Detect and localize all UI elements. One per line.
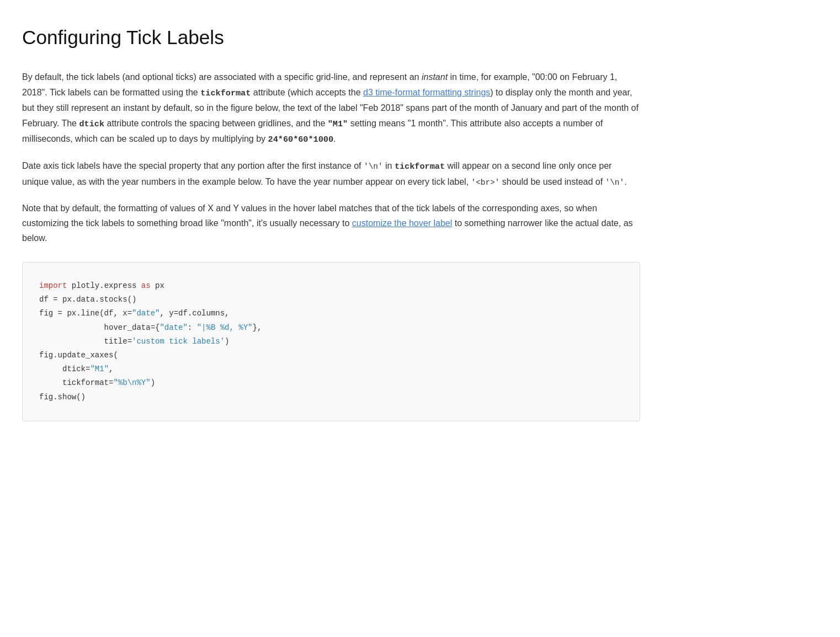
paragraph-1: By default, the tick labels (and optiona…	[22, 69, 640, 147]
newline-code-2: '\n'	[605, 178, 625, 187]
dtick-code: dtick	[79, 119, 104, 129]
newline-code-1: '\n'	[364, 162, 383, 171]
page-title: Configuring Tick Labels	[22, 22, 640, 53]
code-line-6: fig.update_xaxes(	[39, 349, 623, 362]
d3-link[interactable]: d3 time-format formatting strings	[363, 88, 490, 97]
code-line-2: df = px.data.stocks()	[39, 293, 623, 307]
code-block: import plotly.express as px df = px.data…	[22, 262, 640, 421]
em-instant: instant	[422, 72, 448, 82]
code-line-5: title='custom tick labels')	[39, 335, 623, 349]
tickformat-code-1: tickformat	[200, 88, 251, 98]
tickformat-code-2: tickformat	[395, 162, 445, 172]
multiply-code: 24*60*60*1000	[268, 135, 333, 144]
code-line-8: tickformat="%b\n%Y")	[39, 376, 623, 390]
paragraph-2: Date axis tick labels have the special p…	[22, 158, 640, 189]
hover-label-link[interactable]: customize the hover label	[352, 218, 452, 228]
m1-code: "M1"	[328, 119, 348, 129]
code-line-7: dtick="M1",	[39, 362, 623, 376]
code-line-1: import plotly.express as px	[39, 279, 623, 293]
code-line-3: fig = px.line(df, x="date", y=df.columns…	[39, 307, 623, 320]
code-line-9: fig.show()	[39, 390, 623, 404]
code-line-4: hover_data={"date": "|%B %d, %Y"},	[39, 321, 623, 335]
paragraph-3: Note that by default, the formatting of …	[22, 201, 640, 246]
br-code: '<br>'	[471, 178, 500, 187]
